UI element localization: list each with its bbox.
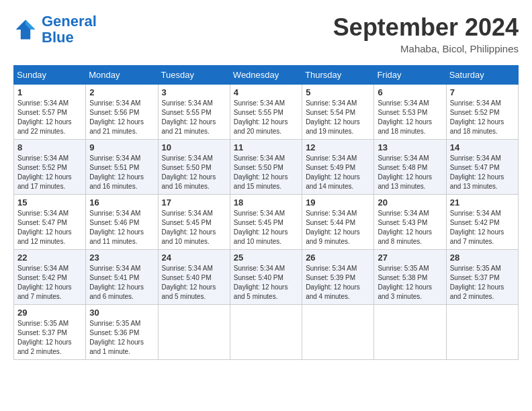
calendar-day-cell: 15 Sunrise: 5:34 AMSunset: 5:47 PMDaylig… (14, 195, 86, 250)
day-number: 25 (234, 253, 298, 263)
calendar-day-cell: 29 Sunrise: 5:35 AMSunset: 5:37 PMDaylig… (14, 305, 86, 360)
day-number: 21 (450, 197, 515, 208)
calendar-day-cell: 20 Sunrise: 5:34 AMSunset: 5:43 PMDaylig… (374, 195, 446, 250)
day-info: Sunrise: 5:34 AMSunset: 5:51 PMDaylight:… (89, 154, 144, 190)
day-info: Sunrise: 5:34 AMSunset: 5:47 PMDaylight:… (17, 210, 72, 245)
calendar-day-cell: 25 Sunrise: 5:34 AMSunset: 5:40 PMDaylig… (230, 250, 302, 305)
day-number: 10 (162, 142, 226, 152)
day-number: 12 (306, 142, 370, 152)
weekday-header-cell: Thursday (302, 66, 374, 85)
month-title: September 2024 (333, 13, 519, 42)
day-number: 11 (234, 142, 298, 152)
calendar-day-cell: 8 Sunrise: 5:34 AMSunset: 5:52 PMDayligh… (14, 140, 86, 195)
day-info: Sunrise: 5:34 AMSunset: 5:45 PMDaylight:… (234, 210, 288, 245)
day-number: 22 (17, 253, 82, 263)
calendar-day-cell (374, 305, 446, 360)
calendar-week-row: 8 Sunrise: 5:34 AMSunset: 5:52 PMDayligh… (14, 140, 519, 195)
day-info: Sunrise: 5:34 AMSunset: 5:50 PMDaylight:… (234, 154, 288, 190)
calendar-day-cell: 3 Sunrise: 5:34 AMSunset: 5:55 PMDayligh… (158, 85, 230, 140)
calendar-day-cell: 14 Sunrise: 5:34 AMSunset: 5:47 PMDaylig… (446, 140, 518, 195)
weekday-header-cell: Monday (86, 66, 158, 85)
calendar-day-cell: 10 Sunrise: 5:34 AMSunset: 5:50 PMDaylig… (158, 140, 230, 195)
weekday-header-row: SundayMondayTuesdayWednesdayThursdayFrid… (14, 66, 519, 85)
day-info: Sunrise: 5:35 AMSunset: 5:36 PMDaylight:… (89, 320, 144, 355)
day-number: 7 (450, 87, 515, 97)
day-number: 3 (162, 87, 226, 97)
calendar-day-cell: 4 Sunrise: 5:34 AMSunset: 5:55 PMDayligh… (230, 85, 302, 140)
day-info: Sunrise: 5:34 AMSunset: 5:54 PMDaylight:… (306, 99, 360, 135)
calendar-day-cell: 28 Sunrise: 5:35 AMSunset: 5:37 PMDaylig… (446, 250, 518, 305)
day-number: 19 (306, 197, 370, 208)
day-info: Sunrise: 5:34 AMSunset: 5:57 PMDaylight:… (17, 99, 72, 135)
day-number: 18 (234, 197, 298, 208)
day-number: 5 (306, 87, 370, 97)
calendar-week-row: 29 Sunrise: 5:35 AMSunset: 5:37 PMDaylig… (14, 305, 519, 360)
calendar-day-cell: 27 Sunrise: 5:35 AMSunset: 5:38 PMDaylig… (374, 250, 446, 305)
calendar-day-cell (158, 305, 230, 360)
day-number: 15 (17, 197, 82, 208)
calendar-table: SundayMondayTuesdayWednesdayThursdayFrid… (13, 65, 519, 360)
calendar-day-cell: 30 Sunrise: 5:35 AMSunset: 5:36 PMDaylig… (86, 305, 158, 360)
calendar-day-cell: 1 Sunrise: 5:34 AMSunset: 5:57 PMDayligh… (14, 85, 86, 140)
page-header: General Blue September 2024 Mahaba, Bico… (13, 13, 519, 54)
calendar-week-row: 1 Sunrise: 5:34 AMSunset: 5:57 PMDayligh… (14, 85, 519, 140)
day-info: Sunrise: 5:34 AMSunset: 5:40 PMDaylight:… (162, 265, 216, 300)
day-info: Sunrise: 5:34 AMSunset: 5:52 PMDaylight:… (17, 154, 72, 190)
day-number: 28 (450, 253, 515, 263)
day-info: Sunrise: 5:35 AMSunset: 5:37 PMDaylight:… (450, 265, 504, 300)
calendar-week-row: 15 Sunrise: 5:34 AMSunset: 5:47 PMDaylig… (14, 195, 519, 250)
day-info: Sunrise: 5:34 AMSunset: 5:40 PMDaylight:… (234, 265, 288, 300)
day-info: Sunrise: 5:34 AMSunset: 5:39 PMDaylight:… (306, 265, 360, 300)
day-info: Sunrise: 5:34 AMSunset: 5:53 PMDaylight:… (378, 99, 432, 135)
calendar-day-cell (302, 305, 374, 360)
calendar-day-cell: 12 Sunrise: 5:34 AMSunset: 5:49 PMDaylig… (302, 140, 374, 195)
logo-icon (13, 17, 38, 42)
day-info: Sunrise: 5:34 AMSunset: 5:42 PMDaylight:… (450, 210, 504, 245)
location-title: Mahaba, Bicol, Philippines (333, 43, 519, 54)
day-number: 29 (17, 308, 82, 318)
calendar-body: 1 Sunrise: 5:34 AMSunset: 5:57 PMDayligh… (14, 85, 519, 360)
day-info: Sunrise: 5:34 AMSunset: 5:46 PMDaylight:… (89, 210, 144, 245)
logo-text: General Blue (42, 13, 97, 46)
day-number: 9 (89, 142, 154, 152)
weekday-header-cell: Saturday (446, 66, 518, 85)
day-info: Sunrise: 5:34 AMSunset: 5:43 PMDaylight:… (378, 210, 432, 245)
day-info: Sunrise: 5:34 AMSunset: 5:50 PMDaylight:… (162, 154, 216, 190)
calendar-day-cell: 6 Sunrise: 5:34 AMSunset: 5:53 PMDayligh… (374, 85, 446, 140)
day-info: Sunrise: 5:34 AMSunset: 5:48 PMDaylight:… (378, 154, 432, 190)
day-number: 14 (450, 142, 515, 152)
weekday-header-cell: Sunday (14, 66, 86, 85)
day-info: Sunrise: 5:34 AMSunset: 5:49 PMDaylight:… (306, 154, 360, 190)
calendar-day-cell: 18 Sunrise: 5:34 AMSunset: 5:45 PMDaylig… (230, 195, 302, 250)
logo: General Blue (13, 13, 97, 46)
calendar-week-row: 22 Sunrise: 5:34 AMSunset: 5:42 PMDaylig… (14, 250, 519, 305)
calendar-day-cell (230, 305, 302, 360)
calendar-day-cell: 2 Sunrise: 5:34 AMSunset: 5:56 PMDayligh… (86, 85, 158, 140)
title-block: September 2024 Mahaba, Bicol, Philippine… (333, 13, 519, 54)
day-info: Sunrise: 5:34 AMSunset: 5:41 PMDaylight:… (89, 265, 144, 300)
calendar-day-cell: 23 Sunrise: 5:34 AMSunset: 5:41 PMDaylig… (86, 250, 158, 305)
calendar-day-cell: 26 Sunrise: 5:34 AMSunset: 5:39 PMDaylig… (302, 250, 374, 305)
calendar-day-cell: 7 Sunrise: 5:34 AMSunset: 5:52 PMDayligh… (446, 85, 518, 140)
day-info: Sunrise: 5:34 AMSunset: 5:47 PMDaylight:… (450, 154, 504, 190)
day-info: Sunrise: 5:35 AMSunset: 5:37 PMDaylight:… (17, 320, 72, 355)
calendar-day-cell: 9 Sunrise: 5:34 AMSunset: 5:51 PMDayligh… (86, 140, 158, 195)
day-number: 17 (162, 197, 226, 208)
weekday-header-cell: Wednesday (230, 66, 302, 85)
day-number: 2 (89, 87, 154, 97)
calendar-day-cell: 22 Sunrise: 5:34 AMSunset: 5:42 PMDaylig… (14, 250, 86, 305)
day-number: 26 (306, 253, 370, 263)
day-number: 6 (378, 87, 442, 97)
day-number: 23 (89, 253, 154, 263)
day-info: Sunrise: 5:34 AMSunset: 5:45 PMDaylight:… (162, 210, 216, 245)
calendar-day-cell: 5 Sunrise: 5:34 AMSunset: 5:54 PMDayligh… (302, 85, 374, 140)
calendar-day-cell: 13 Sunrise: 5:34 AMSunset: 5:48 PMDaylig… (374, 140, 446, 195)
day-number: 24 (162, 253, 226, 263)
day-number: 8 (17, 142, 82, 152)
calendar-day-cell (446, 305, 518, 360)
calendar-day-cell: 21 Sunrise: 5:34 AMSunset: 5:42 PMDaylig… (446, 195, 518, 250)
calendar-day-cell: 24 Sunrise: 5:34 AMSunset: 5:40 PMDaylig… (158, 250, 230, 305)
day-number: 13 (378, 142, 442, 152)
day-info: Sunrise: 5:34 AMSunset: 5:55 PMDaylight:… (162, 99, 216, 135)
day-number: 16 (89, 197, 154, 208)
